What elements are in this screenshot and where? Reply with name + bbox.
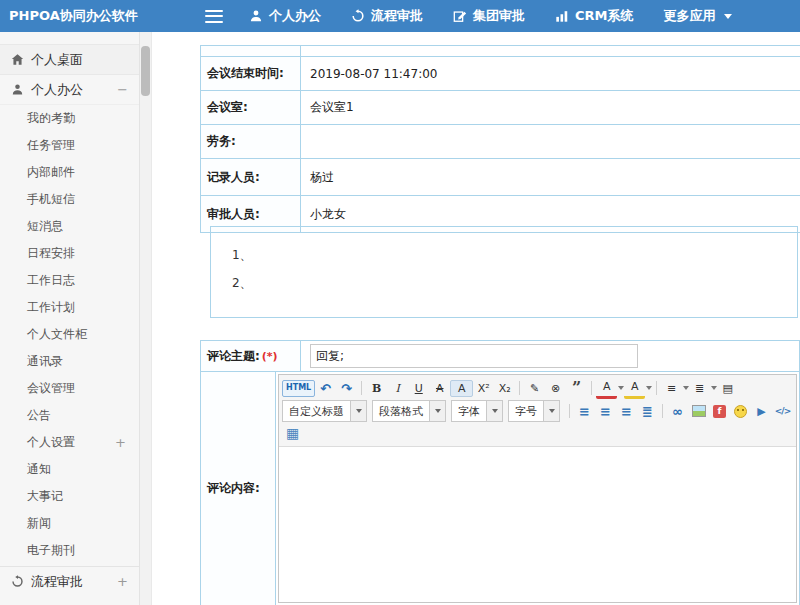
field-label-text: 评论主题:	[207, 348, 260, 365]
sidebar-item-meeting-management[interactable]: 会议管理	[0, 375, 139, 402]
insert-media-button[interactable]: ▶	[751, 402, 772, 420]
table-row: 会议结束时间: 2019-08-07 11:47:00	[201, 57, 800, 91]
sidebar-toggle-icon[interactable]	[205, 10, 223, 23]
nav-label: 集团审批	[473, 7, 525, 25]
app-brand: PHPOA协同办公软件	[0, 7, 157, 25]
align-left-button[interactable]: ≡	[574, 402, 595, 420]
paragraph-format-dropdown[interactable]: 段落格式	[372, 400, 446, 422]
expand-icon[interactable]: +	[117, 575, 128, 588]
sidebar-item-sms[interactable]: 手机短信	[0, 186, 139, 213]
nav-label: CRM系统	[575, 7, 634, 25]
sidebar-item-label: 工作计划	[27, 299, 75, 316]
underline-button[interactable]: U	[408, 379, 429, 397]
ordered-list-button[interactable]: ≡	[661, 379, 682, 397]
application-window: PHPOA协同办公软件 个人办公 流程审批 集团审批	[0, 0, 800, 605]
insert-link-button[interactable]: ∞	[667, 402, 688, 420]
sidebar-item-label: 内部邮件	[27, 164, 75, 181]
nav-more-apps[interactable]: 更多应用	[664, 7, 732, 25]
unordered-list-button[interactable]: ≣	[689, 379, 710, 397]
sidebar-section-personal-office[interactable]: 个人办公 −	[0, 75, 139, 105]
redo-button[interactable]: ↷	[336, 379, 357, 397]
image-icon	[692, 405, 706, 417]
table-row: 劳务:	[201, 125, 800, 159]
main-content: 会议结束时间: 2019-08-07 11:47:00 会议室: 会议室1 劳务…	[153, 32, 800, 605]
nav-workflow-approval[interactable]: 流程审批	[351, 7, 423, 25]
sidebar-item-label: 手机短信	[27, 191, 75, 208]
insert-image-button[interactable]	[688, 402, 709, 420]
sidebar-item-announcement[interactable]: 公告	[0, 402, 139, 429]
remove-format-button[interactable]: ⊗	[545, 379, 566, 397]
sidebar-scrollbar[interactable]	[140, 32, 152, 605]
heading-style-dropdown[interactable]: 自定义标题	[282, 400, 367, 422]
align-center-button[interactable]: ≡	[595, 402, 616, 420]
sidebar-item-e-journal[interactable]: 电子期刊	[0, 537, 139, 564]
nav-personal-office[interactable]: 个人办公	[249, 7, 321, 25]
format-painter-button[interactable]: ✎	[524, 379, 545, 397]
sidebar-item-label: 公告	[27, 407, 51, 424]
comment-editor-cell: HTML ↶ ↷ B I U A A X² X₂ ✎	[276, 372, 799, 605]
field-value	[301, 46, 800, 56]
sidebar-item-notifications[interactable]: 通知	[0, 456, 139, 483]
sidebar-item-label: 通知	[27, 461, 51, 478]
sidebar-item-attendance[interactable]: 我的考勤	[0, 105, 139, 132]
font-family-dropdown[interactable]: 字体	[451, 400, 503, 422]
sidebar-item-work-log[interactable]: 工作日志	[0, 267, 139, 294]
insert-flash-button[interactable]: f	[709, 402, 730, 420]
insert-emoticon-button[interactable]	[730, 402, 751, 420]
field-value: 杨过	[301, 159, 800, 195]
align-right-button[interactable]: ≡	[616, 402, 637, 420]
sidebar-item-file-cabinet[interactable]: 个人文件柜	[0, 321, 139, 348]
html-source-button[interactable]: HTML	[282, 380, 315, 397]
expand-icon[interactable]: +	[115, 436, 126, 449]
highlight-color-button[interactable]: A	[624, 378, 645, 399]
new-document-button[interactable]: ▤	[717, 379, 738, 397]
collapse-icon[interactable]: −	[117, 83, 128, 96]
workflow-icon	[11, 575, 24, 588]
nav-label: 个人办公	[269, 7, 321, 25]
undo-button[interactable]: ↶	[315, 379, 336, 397]
sidebar-item-news[interactable]: 新闻	[0, 510, 139, 537]
sidebar-item-major-events[interactable]: 大事记	[0, 483, 139, 510]
chevron-down-icon	[486, 401, 502, 421]
sidebar-item-internal-mail[interactable]: 内部邮件	[0, 159, 139, 186]
toolbar-separator	[662, 404, 663, 418]
align-justify-button[interactable]: ≣	[637, 402, 658, 420]
meeting-content-box: 1、 2、	[210, 226, 798, 318]
scrollbar-thumb[interactable]	[141, 46, 150, 96]
table-row: 记录人员: 杨过	[201, 159, 800, 196]
insert-table-button[interactable]: ▦	[282, 424, 303, 442]
font-color-button[interactable]: A	[596, 378, 617, 399]
comment-subject-input[interactable]	[310, 344, 638, 368]
sidebar-item-tasks[interactable]: 任务管理	[0, 132, 139, 159]
insert-code-button[interactable]: </>	[772, 402, 793, 420]
font-size-dropdown[interactable]: 字号	[508, 400, 560, 422]
italic-button[interactable]: I	[387, 379, 408, 397]
bold-button[interactable]: B	[366, 379, 387, 397]
sidebar-item-label: 日程安排	[27, 245, 75, 262]
sidebar-item-contacts[interactable]: 通讯录	[0, 348, 139, 375]
nav-crm-system[interactable]: CRM系统	[555, 7, 634, 25]
sidebar-item-label: 个人桌面	[31, 51, 83, 69]
comment-subject-cell	[301, 341, 799, 371]
strikethrough-button[interactable]: A	[429, 379, 450, 397]
sidebar-item-label: 新闻	[27, 515, 51, 532]
sidebar-item-short-message[interactable]: 短消息	[0, 213, 139, 240]
sidebar-item-work-plan[interactable]: 工作计划	[0, 294, 139, 321]
required-mark: (*)	[262, 350, 278, 363]
nav-group-approval[interactable]: 集团审批	[453, 7, 525, 25]
editor-content-area[interactable]	[279, 447, 796, 602]
background-color-button[interactable]: A	[450, 380, 473, 397]
superscript-button[interactable]: X²	[473, 379, 494, 397]
sidebar-item-personal-desktop[interactable]: 个人桌面	[0, 44, 139, 75]
highlight-color-dropdown-icon[interactable]	[646, 386, 652, 390]
table-row: 会议室: 会议室1	[201, 91, 800, 125]
sidebar-item-label: 电子期刊	[27, 542, 75, 559]
sidebar-item-schedule[interactable]: 日程安排	[0, 240, 139, 267]
sidebar-section-workflow-approval[interactable]: 流程审批 +	[0, 566, 139, 596]
sidebar-section-label: 流程审批	[31, 573, 83, 591]
blockquote-button[interactable]: ”	[566, 379, 587, 397]
sidebar-item-label: 短消息	[27, 218, 63, 235]
subscript-button[interactable]: X₂	[494, 379, 515, 397]
sidebar: 个人桌面 个人办公 − 我的考勤 任务管理 内部邮件 手机短信 短消息 日程安排…	[0, 32, 140, 605]
sidebar-item-personal-settings[interactable]: 个人设置 +	[0, 429, 139, 456]
